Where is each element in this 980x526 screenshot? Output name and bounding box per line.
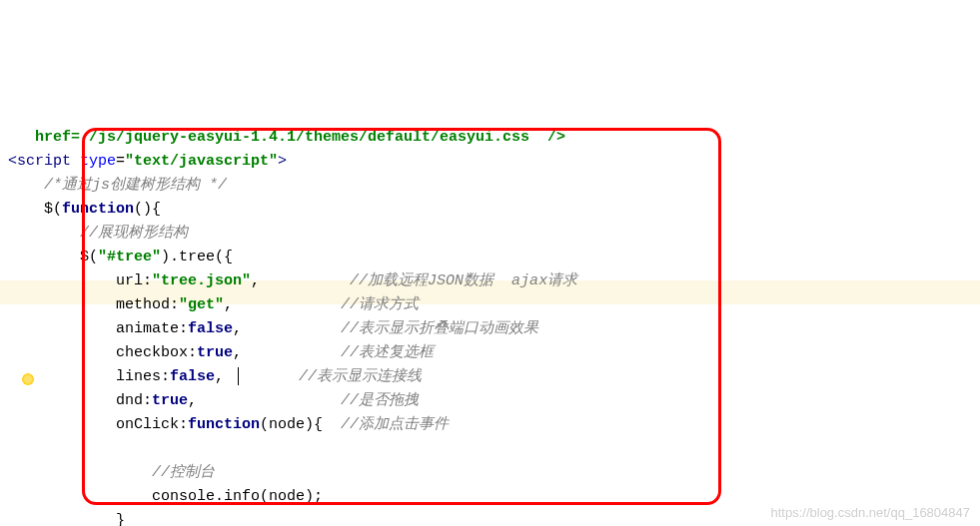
lightbulb-icon[interactable] [22,373,34,385]
comment: //表示显示连接线 [299,368,422,385]
prop-key: dnd: [116,392,152,409]
text-cursor [238,367,239,385]
comment: //表示显示折叠端口动画效果 [341,320,538,337]
prop-key: url: [116,272,152,289]
comment: //控制台 [152,464,215,481]
prop-value: "tree.json" [152,272,251,289]
comment: /*通过js创建树形结构 */ [44,177,227,194]
comment: //展现树形结构 [80,225,188,242]
code-line: console.info(node); [152,488,323,505]
prop-value: false [188,320,233,337]
attr-value: "text/javascript" [125,153,278,170]
tag-open: < [8,153,17,170]
prop-key: onClick: [116,416,188,433]
prop-value: false [170,368,215,385]
comment: //添加点击事件 [341,416,449,433]
prop-key: lines: [116,368,170,385]
tag-name: script [17,153,80,170]
prop-key: checkbox: [116,344,197,361]
string-literal: "#tree" [98,249,161,265]
prop-key: animate: [116,320,188,337]
comment: //请求方式 [341,296,419,313]
code-editor[interactable]: href= /js/jquery-easyui-1.4.1/themes/def… [0,102,980,526]
prop-value: "get" [179,296,224,313]
prop-key: method: [116,296,179,313]
attr-name: type [80,153,116,170]
comment: //表述复选框 [341,344,434,361]
keyword-function: function [62,201,134,218]
code-line-partial: href= /js/jquery-easyui-1.4.1/themes/def… [8,129,565,146]
comment: //加载远程JSON数据 ajax请求 [350,272,577,289]
comment: //是否拖拽 [341,392,419,409]
prop-value: true [152,392,188,409]
watermark-text: https://blog.csdn.net/qq_16804847 [771,505,971,520]
keyword-function: function [188,416,260,433]
prop-value: true [197,344,233,361]
